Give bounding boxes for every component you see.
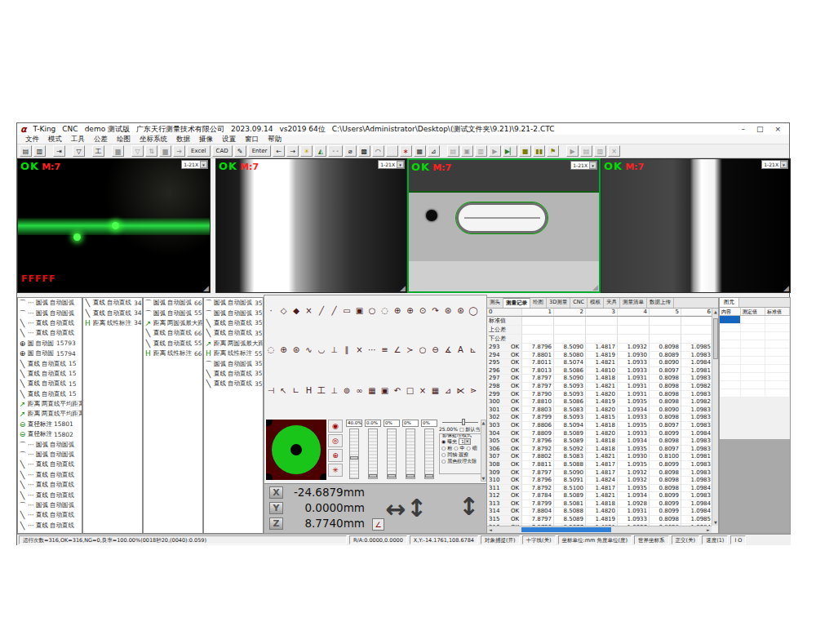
elements-row[interactable] (720, 373, 790, 381)
table-row[interactable]: 313OK7.87998.50811.48181.09280.80991.098… (487, 500, 712, 509)
tab-elements[interactable]: 图元 (720, 298, 739, 307)
tool-icon[interactable]: ⊾ (468, 344, 478, 355)
tool-icon[interactable]: ↷ (431, 305, 441, 316)
table-row[interactable]: 314OK7.88048.50881.48201.09310.80991.098… (487, 508, 712, 516)
feature-item[interactable]: ╲⋯ 直线自动直线 (18, 490, 82, 500)
coaxial-radio[interactable]: ○ (441, 451, 446, 458)
tool-icon[interactable]: ⋯ (367, 344, 377, 355)
table-row[interactable]: 295OK7.80118.50741.48211.09330.80901.098… (487, 359, 712, 367)
tool-icon[interactable]: H (304, 385, 314, 396)
tool-icon[interactable]: ≻ (406, 344, 415, 355)
tool-icon[interactable]: ∡ (443, 344, 453, 355)
elements-row[interactable] (720, 340, 790, 349)
table-row[interactable]: 308OK7.88118.50881.48171.09350.80991.098… (487, 461, 712, 469)
tool-icon[interactable]: × (304, 305, 314, 316)
tool-icon[interactable]: ⋗ (468, 385, 478, 396)
level-radio[interactable]: ○ (441, 445, 446, 451)
tool-icon[interactable]: ⊚ (342, 385, 352, 396)
light-segment-button[interactable]: ◎ (328, 434, 343, 447)
table-row[interactable]: 315OK7.87978.50891.48191.09330.80981.098… (487, 516, 712, 524)
tab-3D测量[interactable]: 3D测量 (547, 298, 570, 308)
menu-item[interactable]: 文件 (25, 135, 39, 144)
back-button[interactable]: ← (273, 145, 285, 157)
table-row[interactable]: 297OK7.87978.50901.48181.09310.80981.098… (487, 375, 712, 383)
feature-item[interactable]: ⊕圆自动圆15794 (18, 349, 82, 358)
dash-button[interactable]: - - (328, 145, 342, 157)
camera-1-zoom-select[interactable]: 1-21X ▾ (181, 160, 208, 169)
feature-item[interactable]: ⌒⋯ 圆弧自动圆弧 (18, 439, 82, 449)
slider-thumb[interactable] (350, 456, 358, 460)
tool-icon[interactable]: ⊥ (330, 344, 339, 355)
camera-view-3-selected[interactable]: OK M:7 1-21X ▾ ◢ (407, 158, 601, 293)
exposure-combo[interactable]: 1▾ (459, 438, 471, 445)
menu-item[interactable]: 绘图 (117, 135, 131, 144)
feature-item[interactable]: ⌒⋯ 圆弧自动圆弧 (18, 308, 82, 318)
feature-item[interactable]: ╲直线自动直线35 (204, 328, 263, 338)
open-button[interactable]: ▥ (33, 145, 46, 157)
light-controls-scrollbar[interactable]: ▲▼ (481, 420, 486, 482)
tool-icon[interactable]: ⊿ (443, 385, 453, 396)
chevron-down-icon[interactable]: ▾ (200, 161, 207, 168)
feature-item[interactable]: H距离线性标注66 (144, 349, 202, 358)
menu-item[interactable]: 公差 (94, 135, 108, 144)
tool-icon[interactable]: · (266, 305, 276, 316)
resize-grip-icon[interactable]: ◢ (400, 285, 406, 292)
blank-button[interactable] (386, 145, 398, 157)
resize-grip-icon[interactable]: ◢ (783, 285, 789, 292)
table-row[interactable]: 312OK7.87848.50891.48211.09340.80991.098… (487, 492, 712, 500)
pause-button[interactable]: ▮▮ (533, 145, 545, 157)
resize-grip-icon[interactable]: ◢ (203, 285, 209, 292)
tab-数据上传[interactable]: 数据上传 (647, 298, 674, 308)
maximize-button[interactable]: □ (756, 125, 764, 133)
table-row[interactable]: 306OK7.87928.50921.48181.09350.80971.098… (487, 446, 712, 454)
table-row[interactable]: 303OK7.88068.50941.48181.09350.80971.098… (487, 422, 712, 430)
tool-icon[interactable]: ○ (367, 305, 377, 316)
tool-icon[interactable]: ≡ (380, 344, 390, 355)
feature-item[interactable]: ╲直线自动直线55 (144, 339, 202, 349)
tool-icon[interactable]: ⊕ (392, 305, 402, 316)
feature-item[interactable]: ╲⋯ 直线自动直线 (18, 480, 82, 490)
excel-export-button[interactable]: Excel (187, 145, 211, 157)
angle-jog-button[interactable]: ∠ (372, 518, 384, 531)
tool-icon[interactable]: ⊥ (330, 385, 339, 396)
feature-item[interactable]: ╲⋯ 直线自动直线 (18, 510, 82, 520)
tool-icon[interactable]: ⊛ (291, 344, 301, 355)
table-row[interactable]: 300OK7.88108.50861.48191.09350.80981.098… (487, 398, 712, 406)
minimize-button[interactable]: – (741, 125, 745, 133)
xy-jog-pad[interactable]: ↔↕ (385, 489, 450, 530)
tab-测量清单[interactable]: 测量清单 (620, 298, 647, 308)
tool-icon[interactable]: ▭ (342, 305, 352, 316)
tool-icon[interactable]: ⊙ (418, 305, 428, 316)
feature-item[interactable]: ⊕圆自动圆15793 (18, 339, 82, 349)
light-segment-button[interactable]: ◉ (328, 420, 343, 433)
light-slider[interactable]: 0.0% (365, 420, 381, 482)
black-texture-radio[interactable]: ○ (441, 458, 446, 464)
camera-view-4[interactable]: OK M:7 1-21X ▾ ◢ (601, 158, 791, 293)
feature-item[interactable]: ⊖直径标注15801 (18, 420, 82, 429)
table-row[interactable]: 298OK7.87978.50931.48211.09310.80981.098… (487, 383, 712, 391)
tool-icon[interactable]: ▣ (355, 305, 365, 316)
table-vertical-scrollbar[interactable]: ▲ ▼ (712, 309, 718, 526)
feature-item[interactable]: ╲⋯ 直线自动直线 (18, 318, 82, 328)
probe-button[interactable]: ▽ (73, 145, 85, 157)
feature-item[interactable]: ╲直线自动直线34 (83, 308, 142, 318)
chevron-down-icon[interactable]: ▾ (397, 161, 404, 168)
elements-row[interactable] (720, 389, 790, 398)
tool-icon[interactable]: ∞ (355, 385, 365, 396)
tab-绘图[interactable]: 绘图 (530, 298, 547, 308)
table-row[interactable]: 307OK7.88028.50831.48211.09300.81001.098… (487, 453, 712, 461)
table-row[interactable]: 310OK7.87968.50911.48241.09320.80981.098… (487, 477, 712, 485)
edge-tool-button[interactable]: 工 (92, 145, 104, 157)
tool-icon[interactable]: ╱ (330, 305, 339, 316)
master-light-slider[interactable] (442, 419, 478, 425)
pattern-button[interactable]: ▩ (358, 145, 370, 157)
feature-item[interactable]: ╲⋯ 直线自动直线 (18, 460, 82, 469)
tool-icon[interactable]: ⊛ (443, 305, 453, 316)
feature-item[interactable]: ↗距离两圆弧最大距离 (204, 339, 263, 349)
menu-item[interactable]: 设置 (222, 135, 236, 144)
tool-icon[interactable]: ⊕ (279, 344, 289, 355)
light-segment-button[interactable]: ✳ (328, 464, 343, 477)
tool-icon[interactable]: ▣ (380, 385, 390, 396)
stop-button[interactable]: ■ (519, 145, 531, 157)
feature-item[interactable]: ╲⋯ 直线自动直线 (18, 470, 82, 480)
